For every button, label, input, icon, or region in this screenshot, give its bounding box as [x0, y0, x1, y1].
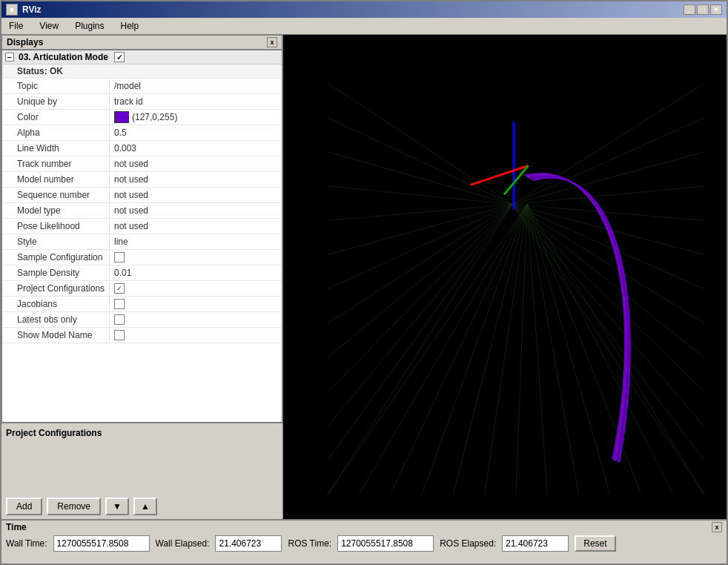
prop-sampleconfig: Sample Configuration — [2, 250, 282, 265]
prop-style: Style line — [2, 234, 282, 250]
close-button[interactable]: ✕ — [710, 4, 722, 15]
move-up-button[interactable]: ▲ — [133, 498, 157, 515]
prop-showmodel: Show Model Name — [2, 328, 282, 343]
prop-alpha: Alpha 0.5 — [2, 125, 282, 141]
prop-pose-value[interactable]: not used — [110, 220, 153, 232]
prop-jacobians: Jacobians — [2, 297, 282, 312]
maximize-button[interactable]: □ — [697, 4, 709, 15]
prop-topic: Topic /model — [2, 79, 282, 94]
articulation-mode-checkbox[interactable]: ✓ — [114, 52, 125, 62]
ros-time-input[interactable] — [337, 535, 434, 552]
prop-sampledensity-label: Sample Density — [2, 265, 110, 280]
time-label: Time — [6, 522, 27, 532]
window-title: RViz — [22, 4, 42, 15]
prop-modeltype-value[interactable]: not used — [110, 205, 153, 217]
menu-file[interactable]: File — [4, 19, 27, 33]
prop-alpha-label: Alpha — [2, 125, 110, 140]
wall-elapsed-input[interactable] — [215, 535, 282, 552]
prop-track: Track number not used — [2, 156, 282, 172]
status-row: Status: OK — [2, 65, 282, 79]
articulation-mode-header[interactable]: − 03. Articulation Mode ✓ — [2, 50, 282, 65]
displays-close-button[interactable]: x — [267, 37, 277, 47]
prop-showmodel-label: Show Model Name — [2, 328, 110, 343]
prop-linewidth-value[interactable]: 0.003 — [110, 142, 141, 154]
color-swatch[interactable] — [114, 111, 129, 123]
prop-projectconfig-label: Project Configurations — [2, 281, 110, 296]
prop-color: Color (127,0,255) — [2, 110, 282, 125]
prop-topic-value[interactable]: /model — [110, 80, 145, 92]
bottom-buttons: Add Remove ▼ ▲ — [6, 498, 278, 515]
main-content: Displays x − 03. Articulation Mode ✓ Sta… — [1, 35, 727, 519]
left-panel: Displays x − 03. Articulation Mode ✓ Sta… — [1, 35, 283, 519]
prop-style-label: Style — [2, 234, 110, 249]
prop-sampleconfig-label: Sample Configuration — [2, 250, 110, 265]
prop-showmodel-value[interactable] — [110, 329, 129, 341]
prop-pose: Pose Likelihood not used — [2, 219, 282, 234]
menu-bar: File View Plugins Help — [1, 18, 727, 35]
wall-time-input[interactable] — [53, 535, 150, 552]
latest-obs-checkbox[interactable] — [114, 314, 125, 325]
prop-sequence-value[interactable]: not used — [110, 189, 153, 201]
prop-latestobs: Latest obs only — [2, 312, 282, 328]
show-model-checkbox[interactable] — [114, 330, 125, 340]
minimize-button[interactable]: _ — [684, 4, 695, 15]
prop-track-value[interactable]: not used — [110, 158, 153, 170]
prop-sequence: Sequence number not used — [2, 188, 282, 203]
displays-content[interactable]: − 03. Articulation Mode ✓ Status: OK Top… — [1, 50, 282, 423]
menu-plugins[interactable]: Plugins — [70, 19, 108, 33]
prop-sequence-label: Sequence number — [2, 188, 110, 202]
properties-list: Topic /model Unique by track id Color (1… — [2, 79, 282, 343]
prop-model-label: Model number — [2, 172, 110, 187]
project-config-checkbox[interactable]: ✓ — [114, 283, 125, 294]
wall-elapsed-label: Wall Elapsed: — [156, 538, 210, 549]
prop-model: Model number not used — [2, 172, 282, 188]
prop-alpha-value[interactable]: 0.5 — [110, 127, 131, 139]
displays-label: Displays — [7, 37, 43, 47]
prop-projectconfig-value[interactable]: ✓ — [110, 282, 129, 294]
prop-unique-value[interactable]: track id — [110, 96, 148, 108]
time-bar: Time x Wall Time: Wall Elapsed: ROS Time… — [1, 519, 727, 564]
prop-topic-label: Topic — [2, 79, 110, 93]
articulation-mode-label: 03. Articulation Mode — [19, 52, 108, 62]
ros-elapsed-input[interactable] — [502, 535, 569, 552]
add-button[interactable]: Add — [6, 498, 42, 515]
time-close-button[interactable]: x — [712, 522, 722, 532]
prop-jacobians-value[interactable] — [110, 298, 129, 310]
bottom-panel-title: Project Configurations — [6, 428, 278, 438]
ros-elapsed-label: ROS Elapsed: — [440, 538, 496, 549]
title-bar-buttons: _ □ ✕ — [684, 4, 722, 15]
menu-view[interactable]: View — [35, 19, 63, 33]
prop-sampledensity-value[interactable]: 0.01 — [110, 267, 136, 279]
prop-unique-label: Unique by — [2, 94, 110, 109]
jacobians-checkbox[interactable] — [114, 299, 125, 309]
prop-sampledensity: Sample Density 0.01 — [2, 265, 282, 281]
prop-linewidth-label: Line Width — [2, 141, 110, 156]
prop-latestobs-value[interactable] — [110, 314, 129, 326]
prop-modeltype-label: Model type — [2, 203, 110, 218]
title-bar: ■ RViz _ □ ✕ — [1, 1, 727, 18]
prop-unique: Unique by track id — [2, 94, 282, 110]
prop-style-value[interactable]: line — [110, 236, 133, 248]
prop-color-value[interactable]: (127,0,255) — [110, 110, 182, 124]
3d-viewport[interactable] — [283, 35, 727, 519]
viewport-panel[interactable] — [283, 35, 727, 519]
prop-sampleconfig-value[interactable] — [110, 251, 129, 263]
prop-jacobians-label: Jacobians — [2, 297, 110, 311]
prop-model-value[interactable]: not used — [110, 174, 153, 185]
ros-time-label: ROS Time: — [288, 538, 331, 549]
prop-linewidth: Line Width 0.003 — [2, 141, 282, 156]
prop-color-label: Color — [2, 110, 110, 125]
move-down-button[interactable]: ▼ — [105, 498, 129, 515]
sample-config-checkbox[interactable] — [114, 252, 125, 262]
prop-projectconfig: Project Configurations ✓ — [2, 281, 282, 297]
remove-button[interactable]: Remove — [47, 498, 101, 515]
prop-modeltype: Model type not used — [2, 203, 282, 219]
menu-help[interactable]: Help — [116, 19, 144, 33]
collapse-button[interactable]: − — [5, 53, 14, 62]
displays-header: Displays x — [1, 35, 282, 50]
bottom-panel: Project Configurations Add Remove ▼ ▲ — [1, 423, 282, 519]
reset-button[interactable]: Reset — [575, 535, 615, 552]
prop-track-label: Track number — [2, 156, 110, 171]
time-header: Time x — [6, 522, 722, 532]
main-window: ■ RViz _ □ ✕ File View Plugins Help Disp… — [0, 0, 728, 565]
